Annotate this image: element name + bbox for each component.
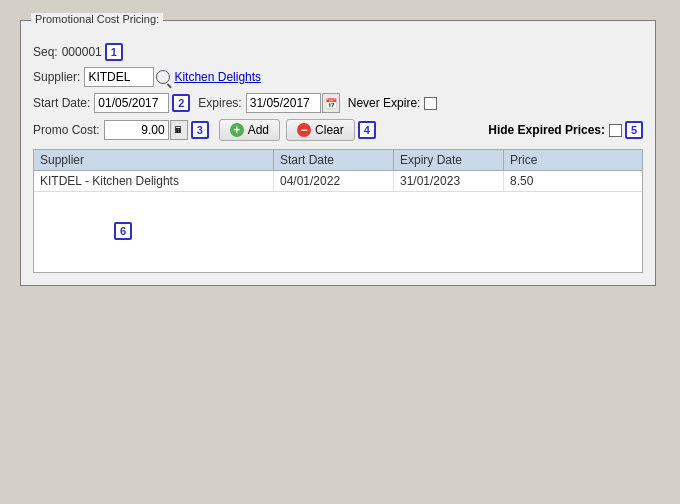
promotional-cost-pricing-panel: Promotional Cost Pricing: Seq: 000001 1 … (20, 20, 656, 286)
annotation-5: 5 (625, 121, 643, 139)
annotation-4: 4 (358, 121, 376, 139)
promo-cost-input[interactable] (104, 120, 169, 140)
expires-input[interactable] (246, 93, 321, 113)
supplier-input[interactable] (84, 67, 154, 87)
cell-expiry: 31/01/2023 (394, 171, 504, 191)
never-expire-label: Never Expire: (348, 96, 421, 110)
hide-expired-checkbox[interactable] (609, 124, 622, 137)
cell-supplier: KITDEL - Kitchen Delights (34, 171, 274, 191)
clear-button[interactable]: − Clear (286, 119, 355, 141)
add-icon: + (230, 123, 244, 137)
seq-row: Seq: 000001 1 (33, 43, 643, 61)
startdate-label: Start Date: (33, 96, 90, 110)
calculator-button[interactable]: 🖩 (170, 120, 188, 140)
supplier-row: Supplier: Kitchen Delights (33, 67, 643, 87)
cell-price: 8.50 (504, 171, 642, 191)
supplier-link[interactable]: Kitchen Delights (174, 70, 261, 84)
date-row: Start Date: 2 Expires: 📅 Never Expire: (33, 93, 643, 113)
annotation-3: 3 (191, 121, 209, 139)
cell-startdate: 04/01/2022 (274, 171, 394, 191)
seq-value: 000001 (62, 45, 102, 59)
table-row[interactable]: KITDEL - Kitchen Delights 04/01/2022 31/… (34, 171, 642, 192)
annotation-2: 2 (172, 94, 190, 112)
calendar-icon: 📅 (325, 98, 337, 109)
pricing-table: Supplier Start Date Expiry Date Price KI… (33, 149, 643, 273)
add-button-label: Add (248, 123, 269, 137)
seq-label: Seq: (33, 45, 58, 59)
annotation-6: 6 (114, 222, 132, 240)
calculator-icon: 🖩 (174, 125, 183, 135)
annotation-1: 1 (105, 43, 123, 61)
clear-button-label: Clear (315, 123, 344, 137)
col-header-price: Price (504, 150, 642, 170)
col-header-expiry: Expiry Date (394, 150, 504, 170)
hide-expired-area: Hide Expired Prices: 5 (488, 121, 643, 139)
never-expire-checkbox[interactable] (424, 97, 437, 110)
clear-icon: − (297, 123, 311, 137)
startdate-input[interactable] (94, 93, 169, 113)
hide-expired-label: Hide Expired Prices: (488, 123, 605, 137)
table-empty-area: 6 (34, 192, 642, 272)
col-header-supplier: Supplier (34, 150, 274, 170)
panel-title: Promotional Cost Pricing: (31, 13, 163, 25)
supplier-search-icon[interactable] (156, 70, 170, 84)
calendar-button[interactable]: 📅 (322, 93, 340, 113)
table-header: Supplier Start Date Expiry Date Price (34, 150, 642, 171)
promo-cost-label: Promo Cost: (33, 123, 100, 137)
add-button[interactable]: + Add (219, 119, 280, 141)
expires-label: Expires: (198, 96, 241, 110)
supplier-label: Supplier: (33, 70, 80, 84)
col-header-startdate: Start Date (274, 150, 394, 170)
promo-cost-row: Promo Cost: 🖩 3 + Add − Clear 4 Hide Exp… (33, 119, 643, 141)
